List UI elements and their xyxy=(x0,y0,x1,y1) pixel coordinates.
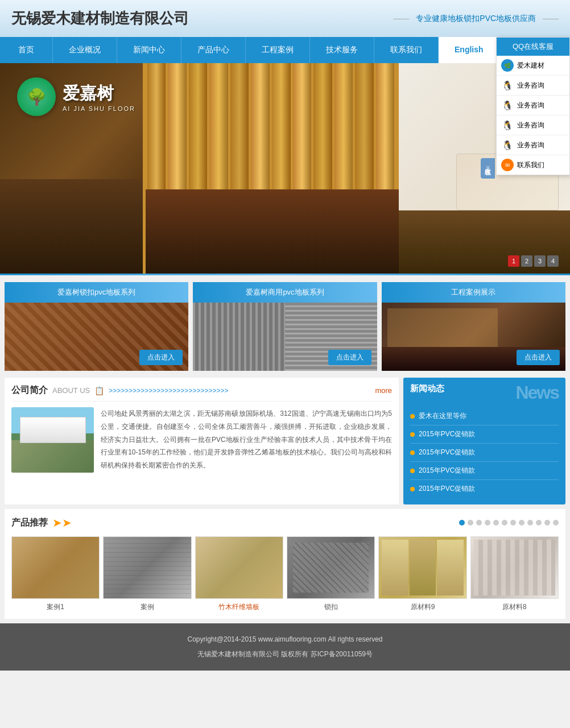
footer-line1: Copyright@2014-2015 www.aimuflooring.com… xyxy=(9,632,561,647)
header: 无锡爱木建材制造有限公司 —— 专业健康地板锁扣PVC地板供应商 —— xyxy=(0,0,570,37)
qq-item-brand[interactable]: 🌿 爱木建材 xyxy=(497,56,569,76)
product-dot-5[interactable] xyxy=(493,520,499,526)
product-dot-10[interactable] xyxy=(536,520,542,526)
news-subtitle: News xyxy=(515,383,559,402)
about-content: 公司地处风景秀丽的太湖之滨，距无锡苏南硕放国际机场、312国道、沪宁高速无锡南出… xyxy=(11,407,392,473)
nav-item-home[interactable]: 首页 xyxy=(0,37,53,63)
about-more[interactable]: more xyxy=(375,386,392,395)
product-img-1 xyxy=(103,536,191,599)
enter-button-2[interactable]: 点击进入 xyxy=(328,350,371,365)
enter-button-3[interactable]: 点击进入 xyxy=(517,350,560,365)
product-item-1[interactable]: 案例 xyxy=(103,536,191,612)
company-building-img xyxy=(11,407,94,473)
product-section-title-1: 爱嘉树锁扣pvc地板系列 xyxy=(5,282,188,303)
news-item-2[interactable]: 2015年PVC促销款 xyxy=(410,444,559,462)
news-item-text: 2015年PVC促销款 xyxy=(419,448,475,457)
product-img-2 xyxy=(195,536,283,599)
news-dot-icon xyxy=(410,469,415,473)
banner: 🌳 爱嘉树 AI JIA SHU FLOOR 在线客服 >> 1 2 3 4 xyxy=(0,63,570,274)
about-title-en: ABOUT US xyxy=(52,386,90,395)
nav-item-products[interactable]: 产品中心 xyxy=(181,37,246,63)
product-label-0: 案例1 xyxy=(11,602,100,612)
news-dot-icon xyxy=(410,450,415,455)
product-dot-6[interactable] xyxy=(502,520,507,526)
about-icon: 📋 xyxy=(94,386,104,395)
news-item-3[interactable]: 2015年PVC促销款 xyxy=(410,462,559,480)
product-item-3[interactable]: 锁扣 xyxy=(287,536,375,612)
product-section-commercial[interactable]: 爱嘉树商用pvc地板系列 点击进入 xyxy=(193,282,377,371)
news-title: 新闻动态 xyxy=(410,383,444,394)
news-item-text: 2015年PVC促销款 xyxy=(419,484,475,494)
news-section: 新闻动态 News 爱木在这里等你 2015年PVC促销款 2015年PVC促销… xyxy=(403,378,565,504)
product-item-5[interactable]: 原材料8 xyxy=(470,536,559,612)
products-recommend-section: 产品推荐 ➤➤ 案例1 案例 xyxy=(5,509,565,619)
nav-item-news[interactable]: 新闻中心 xyxy=(117,37,181,63)
qq-penguin-icon-1: 🐧 xyxy=(501,79,514,92)
banner-indicators: 1 2 3 4 xyxy=(508,255,559,267)
qq-item-consult2[interactable]: 🐧 业务咨询 xyxy=(497,96,569,115)
product-dot-3[interactable] xyxy=(476,520,482,526)
product-dot-active[interactable] xyxy=(459,520,465,526)
nav-item-tech[interactable]: 技术服务 xyxy=(310,37,374,63)
qq-panel: QQ在线客服 🌿 爱木建材 🐧 业务咨询 🐧 业务咨询 🐧 业务咨询 🐧 业务咨… xyxy=(496,37,570,175)
nav-item-contact[interactable]: 联系我们 xyxy=(374,37,439,63)
products-grid: 案例1 案例 竹木纤维墙板 锁扣 xyxy=(11,536,559,612)
banner-dot-4[interactable]: 4 xyxy=(547,255,559,267)
qq-item-consult4[interactable]: 🐧 业务咨询 xyxy=(497,135,569,155)
about-title-bar: 公司简介 ABOUT US 📋 >>>>>>>>>>>>>>>>>>>>>>>>… xyxy=(11,384,392,402)
header-slogan: —— 专业健康地板锁扣PVC地板供应商 —— xyxy=(393,14,559,24)
product-item-0[interactable]: 案例1 xyxy=(11,536,100,612)
news-item-0[interactable]: 爱木在这里等你 xyxy=(410,407,559,425)
product-label-1: 案例 xyxy=(103,602,191,612)
news-list: 爱木在这里等你 2015年PVC促销款 2015年PVC促销款 2015年PVC… xyxy=(403,407,565,504)
qq-penguin-icon-2: 🐧 xyxy=(501,99,514,111)
product-section-title-2: 爱嘉树商用pvc地板系列 xyxy=(193,282,377,303)
product-dot-9[interactable] xyxy=(527,520,533,526)
qq-item-consult3[interactable]: 🐧 业务咨询 xyxy=(497,115,569,135)
product-section-floor[interactable]: 爱嘉树锁扣pvc地板系列 点击进入 xyxy=(5,282,188,371)
news-dot-icon xyxy=(410,432,415,437)
banner-logo: 🌳 爱嘉树 AI JIA SHU FLOOR xyxy=(17,77,135,116)
footer-line2: 无锡爱木建材制造有限公司 版权所有 苏ICP备20011059号 xyxy=(9,647,561,661)
banner-dot-1[interactable]: 1 xyxy=(508,255,519,267)
product-item-4[interactable]: 原材料9 xyxy=(378,536,466,612)
product-dot-4[interactable] xyxy=(485,520,490,526)
contact-icon: ✉ xyxy=(501,159,514,171)
qq-item-contact[interactable]: ✉ 联系我们 xyxy=(497,155,569,175)
banner-logo-cn: 爱嘉树 xyxy=(63,82,135,105)
enter-button-1[interactable]: 点击进入 xyxy=(139,350,183,365)
banner-logo-en: AI JIA SHU FLOOR xyxy=(63,105,135,112)
nav-item-about[interactable]: 企业概况 xyxy=(53,37,117,63)
product-dot-8[interactable] xyxy=(519,520,524,526)
news-header: 新闻动态 News xyxy=(403,378,565,407)
about-arrows: >>>>>>>>>>>>>>>>>>>>>>>>>>>>>> xyxy=(109,387,228,395)
products-title: 产品推荐 xyxy=(11,517,48,529)
banner-dot-2[interactable]: 2 xyxy=(521,255,532,267)
online-service-sidebar[interactable]: 在线客服 >> xyxy=(481,158,495,179)
nav-item-english[interactable]: English xyxy=(439,37,499,63)
product-dot-11[interactable] xyxy=(544,520,550,526)
footer: Copyright@2014-2015 www.aimuflooring.com… xyxy=(0,623,570,671)
about-section: 公司简介 ABOUT US 📋 >>>>>>>>>>>>>>>>>>>>>>>>… xyxy=(5,378,399,504)
products-title-bar: 产品推荐 ➤➤ xyxy=(11,516,559,530)
news-dot-icon xyxy=(410,487,415,491)
product-dot-12[interactable] xyxy=(553,520,559,526)
product-section-cases[interactable]: 工程案例展示 点击进入 xyxy=(382,282,565,371)
news-item-text: 爱木在这里等你 xyxy=(419,411,466,421)
qq-item-consult1[interactable]: 🐧 业务咨询 xyxy=(497,76,569,96)
news-item-4[interactable]: 2015年PVC促销款 xyxy=(410,480,559,498)
product-dot-7[interactable] xyxy=(510,520,516,526)
product-img-3 xyxy=(287,536,375,599)
about-news-section: 公司简介 ABOUT US 📋 >>>>>>>>>>>>>>>>>>>>>>>>… xyxy=(0,378,570,509)
about-title-cn: 公司简介 xyxy=(11,384,48,396)
product-section-title-3: 工程案例展示 xyxy=(382,282,565,303)
news-item-text: 2015年PVC促销款 xyxy=(419,466,475,475)
product-img-5 xyxy=(470,536,559,599)
news-item-1[interactable]: 2015年PVC促销款 xyxy=(410,425,559,444)
banner-dot-3[interactable]: 3 xyxy=(534,255,546,267)
product-dot-2[interactable] xyxy=(468,520,473,526)
qq-penguin-icon-4: 🐧 xyxy=(501,139,514,151)
product-item-2[interactable]: 竹木纤维墙板 xyxy=(195,536,283,612)
nav-item-cases[interactable]: 工程案例 xyxy=(246,37,310,63)
qq-penguin-icon-3: 🐧 xyxy=(501,119,514,131)
